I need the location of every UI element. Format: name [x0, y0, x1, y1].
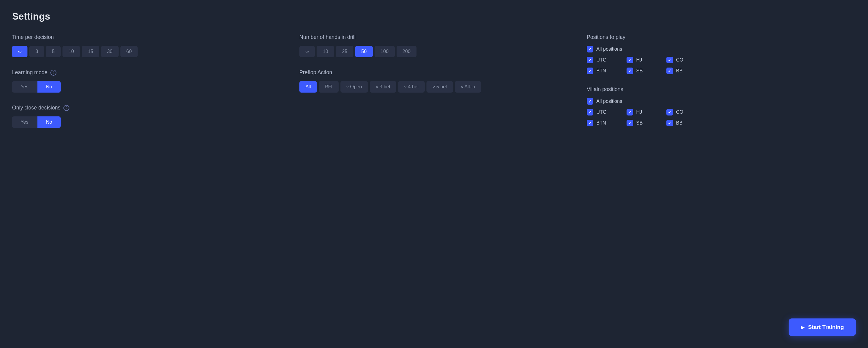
checkbox-label: BTN: [596, 68, 606, 74]
time-per-decision-section: Time per decision ∞3510153060: [12, 34, 281, 57]
time-per-decision-options: ∞3510153060: [12, 46, 281, 57]
checkbox-row: UTGHJCO: [587, 57, 856, 63]
only-close-decisions-section: Only close decisions ? YesNo: [12, 105, 281, 128]
checkbox-item-bb[interactable]: BB: [666, 120, 696, 126]
play-icon: ▶: [801, 324, 804, 330]
preflop-option-rfi[interactable]: RFI: [319, 81, 339, 93]
positions-to-play-label: Positions to play: [587, 34, 856, 40]
checkbox-box[interactable]: [587, 57, 593, 63]
only-close-decisions-label: Only close decisions: [12, 105, 60, 111]
checkbox-item-btn[interactable]: BTN: [587, 120, 617, 126]
learning-mode-label: Learning mode: [12, 69, 48, 76]
checkbox-label: HJ: [636, 57, 642, 63]
checkbox-box[interactable]: [587, 98, 593, 105]
checkbox-label: HJ: [636, 109, 642, 115]
checkbox-box[interactable]: [666, 57, 673, 63]
preflop-option-v-4-bet[interactable]: v 4 bet: [398, 81, 425, 93]
checkbox-item-bb[interactable]: BB: [666, 68, 696, 74]
checkbox-box[interactable]: [666, 68, 673, 74]
checkbox-item-co[interactable]: CO: [666, 57, 696, 63]
checkbox-item-utg[interactable]: UTG: [587, 109, 617, 115]
page-title: Settings: [12, 11, 856, 22]
time-option-3[interactable]: 3: [29, 46, 44, 57]
hands-in-drill-label: Number of hands in drill: [300, 34, 568, 40]
checkbox-label: CO: [676, 109, 683, 115]
checkbox-label: BB: [676, 120, 682, 126]
checkbox-item-co[interactable]: CO: [666, 109, 696, 115]
checkbox-item-all-positions[interactable]: All positions: [587, 46, 647, 53]
hands-option-200[interactable]: 200: [397, 46, 417, 57]
learning-mode-info-icon[interactable]: ?: [51, 70, 56, 76]
time-per-decision-label: Time per decision: [12, 34, 281, 40]
col-middle: Number of hands in drill ∞102550100200 P…: [300, 34, 568, 128]
preflop-option-v-3-bet[interactable]: v 3 bet: [370, 81, 396, 93]
checkbox-label: BTN: [596, 120, 606, 126]
checkbox-item-btn[interactable]: BTN: [587, 68, 617, 74]
close-decisions-yes[interactable]: Yes: [12, 116, 37, 128]
checkbox-item-sb[interactable]: SB: [626, 68, 657, 74]
only-close-decisions-info-icon[interactable]: ?: [63, 105, 69, 111]
checkbox-row: UTGHJCO: [587, 109, 856, 115]
hands-option-100[interactable]: 100: [375, 46, 395, 57]
learning-mode-no[interactable]: No: [37, 81, 60, 93]
col-left: Time per decision ∞3510153060 Learning m…: [12, 34, 281, 128]
col-right: Positions to play All positionsUTGHJCOBT…: [587, 34, 856, 128]
checkbox-row: BTNSBBB: [587, 68, 856, 74]
checkbox-label: All positions: [596, 46, 622, 52]
hands-option-10[interactable]: 10: [317, 46, 334, 57]
preflop-action-section: Preflop Action AllRFIv Openv 3 betv 4 be…: [300, 69, 568, 93]
time-option-30[interactable]: 30: [101, 46, 119, 57]
checkbox-box[interactable]: [626, 68, 633, 74]
preflop-action-label: Preflop Action: [300, 69, 568, 76]
preflop-option-v-open[interactable]: v Open: [340, 81, 368, 93]
start-training-button[interactable]: ▶ Start Training: [788, 318, 856, 336]
checkbox-item-hj[interactable]: HJ: [626, 109, 657, 115]
hands-in-drill-options: ∞102550100200: [300, 46, 568, 57]
checkbox-box[interactable]: [587, 46, 593, 53]
checkbox-item-utg[interactable]: UTG: [587, 57, 617, 63]
checkbox-row: BTNSBBB: [587, 120, 856, 126]
start-training-label: Start Training: [808, 324, 844, 330]
time-option-60[interactable]: 60: [120, 46, 138, 57]
checkbox-box[interactable]: [587, 120, 593, 126]
checkbox-box[interactable]: [666, 109, 673, 115]
hands-option-25[interactable]: 25: [336, 46, 353, 57]
only-close-decisions-toggle: YesNo: [12, 116, 281, 128]
preflop-option-v-all-in[interactable]: v All-in: [455, 81, 481, 93]
checkbox-box[interactable]: [626, 109, 633, 115]
checkbox-item-all-positions[interactable]: All positions: [587, 98, 647, 105]
checkbox-label: SB: [636, 68, 643, 74]
checkbox-box[interactable]: [626, 120, 633, 126]
preflop-option-all[interactable]: All: [300, 81, 317, 93]
learning-mode-yes[interactable]: Yes: [12, 81, 37, 93]
hands-option-infinity[interactable]: ∞: [300, 46, 315, 57]
preflop-option-v-5-bet[interactable]: v 5 bet: [427, 81, 453, 93]
checkbox-box[interactable]: [587, 68, 593, 74]
checkbox-row: All positions: [587, 98, 856, 105]
checkbox-label: UTG: [596, 57, 607, 63]
time-option-15[interactable]: 15: [82, 46, 99, 57]
close-decisions-no[interactable]: No: [37, 116, 60, 128]
checkbox-label: CO: [676, 57, 683, 63]
time-option-10[interactable]: 10: [62, 46, 80, 57]
learning-mode-section: Learning mode ? YesNo: [12, 69, 281, 93]
checkbox-box[interactable]: [587, 109, 593, 115]
checkbox-box[interactable]: [626, 57, 633, 63]
villain-positions-section: Villain positions All positionsUTGHJCOBT…: [587, 86, 856, 126]
checkbox-label: UTG: [596, 109, 607, 115]
checkbox-label: All positions: [596, 99, 622, 104]
preflop-action-options: AllRFIv Openv 3 betv 4 betv 5 betv All-i…: [300, 81, 568, 93]
positions-to-play-section: Positions to play All positionsUTGHJCOBT…: [587, 34, 856, 74]
checkbox-box[interactable]: [666, 120, 673, 126]
checkbox-label: SB: [636, 120, 643, 126]
checkbox-label: BB: [676, 68, 682, 74]
time-option-infinity[interactable]: ∞: [12, 46, 28, 57]
checkbox-item-sb[interactable]: SB: [626, 120, 657, 126]
time-option-5[interactable]: 5: [46, 46, 61, 57]
learning-mode-toggle: YesNo: [12, 81, 281, 93]
checkbox-item-hj[interactable]: HJ: [626, 57, 657, 63]
checkbox-row: All positions: [587, 46, 856, 53]
villain-positions-label: Villain positions: [587, 86, 856, 93]
villain-positions-list: All positionsUTGHJCOBTNSBBB: [587, 98, 856, 126]
hands-option-50[interactable]: 50: [355, 46, 373, 57]
